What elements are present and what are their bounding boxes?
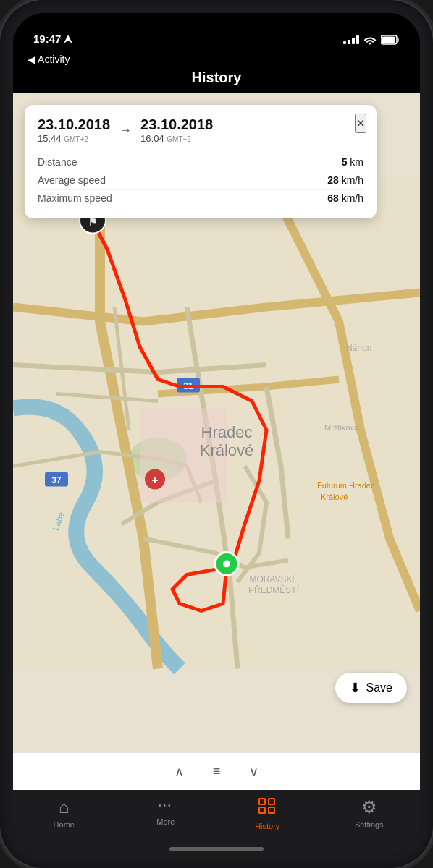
svg-text:Náhon: Náhon <box>346 343 371 353</box>
save-icon: ⬇ <box>350 680 361 696</box>
tab-settings[interactable]: ⚙ Settings <box>319 797 421 829</box>
signal-bar-2 <box>348 40 350 44</box>
stat-row-max-speed: Maximum speed 68 km/h <box>38 189 363 207</box>
status-icons <box>343 35 400 45</box>
route-down-button[interactable]: ∨ <box>249 764 258 780</box>
page-header: History <box>13 68 420 93</box>
svg-text:MORAVSKÉ: MORAVSKÉ <box>249 574 298 584</box>
svg-rect-3 <box>382 37 395 43</box>
stat-value-avg-speed: 28 km/h <box>327 174 363 186</box>
trip-start-date: 23.10.2018 <box>38 116 110 133</box>
map-background: 31 37 ⚑ + <box>13 93 420 752</box>
stat-label-distance: Distance <box>38 156 77 168</box>
settings-icon: ⚙ <box>361 797 377 817</box>
route-menu-button[interactable]: ≡ <box>213 764 221 779</box>
trip-start-block: 23.10.2018 15:44 GMT+2 <box>38 116 110 144</box>
trip-end-date: 23.10.2018 <box>140 116 213 133</box>
svg-marker-0 <box>64 35 72 43</box>
battery-icon <box>381 35 400 45</box>
home-icon: ⌂ <box>59 797 70 817</box>
signal-bar-4 <box>356 35 359 44</box>
back-button[interactable]: ◀ Activity <box>28 54 405 65</box>
more-icon: ••• <box>159 797 173 814</box>
close-button[interactable]: × <box>355 114 366 133</box>
stat-label-avg-speed: Average speed <box>38 174 106 186</box>
time-display: 19:47 <box>33 33 61 45</box>
stat-label-max-speed: Maximum speed <box>38 192 112 204</box>
svg-text:Futurum Hradec: Futurum Hradec <box>317 481 375 490</box>
svg-text:Králové: Králové <box>200 441 254 459</box>
stat-value-max-speed: 68 km/h <box>327 192 363 204</box>
trip-start-time: 15:44 GMT+2 <box>38 133 110 144</box>
trip-dates: 23.10.2018 15:44 GMT+2 → 23.10.2018 16:0… <box>38 116 363 144</box>
stat-row-distance: Distance 5 km <box>38 153 363 171</box>
trip-end-time: 16:04 GMT+2 <box>140 133 213 144</box>
stat-value-distance: 5 km <box>342 156 363 168</box>
svg-text:37: 37 <box>51 475 62 485</box>
svg-text:PŘEDMĚSTÍ: PŘEDMĚSTÍ <box>248 584 300 595</box>
tab-home-label: Home <box>54 820 75 829</box>
status-time: 19:47 <box>33 33 72 45</box>
tab-history[interactable]: History <box>216 797 319 830</box>
signal-bars <box>343 35 359 44</box>
tab-more[interactable]: ••• More <box>115 797 217 826</box>
svg-text:Hradec: Hradec <box>201 423 253 441</box>
tab-history-label: History <box>255 822 279 830</box>
route-up-button[interactable]: ∧ <box>175 764 184 780</box>
route-controls: ∧ ≡ ∨ <box>13 752 420 790</box>
screen: 19:47 <box>13 13 420 855</box>
svg-text:Mrštikova: Mrštikova <box>324 423 359 432</box>
history-icon <box>258 797 277 819</box>
tab-home[interactable]: ⌂ Home <box>13 797 115 829</box>
svg-rect-32 <box>260 808 264 812</box>
svg-rect-30 <box>260 799 264 804</box>
info-card: × 23.10.2018 15:44 GMT+2 → 23.10.2018 <box>25 105 377 218</box>
phone-frame: 19:47 <box>0 0 433 868</box>
trip-arrow-icon: → <box>119 123 132 138</box>
save-button[interactable]: ⬇ Save <box>335 673 407 703</box>
svg-text:Králové: Králové <box>321 493 348 501</box>
tab-settings-label: Settings <box>355 820 384 829</box>
svg-rect-31 <box>269 799 274 804</box>
location-arrow-icon <box>64 35 72 43</box>
map-container[interactable]: 31 37 ⚑ + <box>13 93 420 752</box>
tab-bar: ⌂ Home ••• More <box>13 790 420 855</box>
svg-point-14 <box>223 561 230 568</box>
svg-rect-2 <box>398 38 400 42</box>
stat-row-avg-speed: Average speed 28 km/h <box>38 171 363 189</box>
wifi-icon <box>363 35 377 45</box>
page-title: History <box>192 69 242 85</box>
svg-rect-33 <box>269 808 274 812</box>
signal-bar-3 <box>352 38 355 44</box>
save-label: Save <box>366 681 392 694</box>
svg-text:+: + <box>151 474 158 486</box>
trip-end-block: 23.10.2018 16:04 GMT+2 <box>140 116 213 144</box>
signal-bar-1 <box>343 41 346 44</box>
notch <box>166 13 267 33</box>
tab-more-label: More <box>156 817 175 826</box>
home-indicator <box>169 847 264 851</box>
nav-bar: ◀ Activity <box>13 49 420 68</box>
